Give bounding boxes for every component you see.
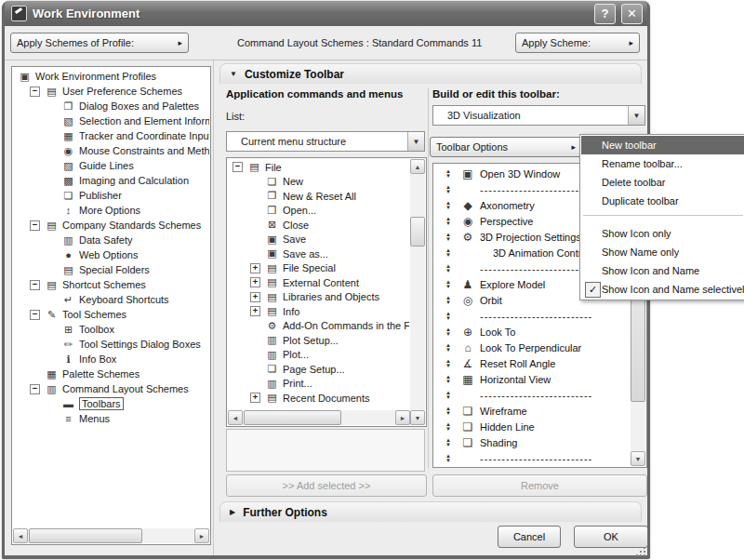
scroll-left-button[interactable]: ◄ [13, 528, 28, 543]
scrollbar-thumb[interactable] [29, 528, 142, 543]
toolbar-options-button[interactable]: Toolbar Options ▸ [430, 137, 582, 157]
scroll-right-button[interactable]: ► [395, 410, 410, 425]
scrollbar-thumb[interactable] [410, 217, 425, 247]
drag-handle-icon[interactable]: ▲▼ [441, 359, 456, 368]
drag-handle-icon[interactable]: ▲▼ [441, 217, 456, 226]
tree-item-new[interactable]: ❏New [229, 175, 409, 190]
cancel-button[interactable]: Cancel [498, 526, 561, 548]
tree-item-libraries-and-objects[interactable]: +▤Libraries and Objects [229, 290, 409, 305]
collapse-box-icon[interactable]: − [30, 87, 40, 97]
remove-button[interactable]: Remove [432, 474, 647, 497]
tree-item-work-environment-profiles[interactable]: ▣Work Environment Profiles [13, 69, 209, 84]
drag-handle-icon[interactable]: ▲▼ [441, 169, 456, 179]
tree-item-toolbars[interactable]: ▬Toolbars [13, 396, 209, 411]
drag-handle-icon[interactable]: ▲▼ [441, 407, 456, 416]
ok-button[interactable]: OK [574, 526, 648, 548]
tree-item-print[interactable]: ▥Print... [229, 377, 409, 392]
menu-item-show-name-only[interactable]: Show Name only [581, 243, 744, 261]
close-button[interactable]: ✕ [621, 4, 643, 24]
collapse-box-icon[interactable]: − [30, 220, 40, 231]
tree-item-imaging-and-calculation[interactable]: ▩Imaging and Calculation [13, 173, 209, 188]
left-tree-horizontal-scrollbar[interactable]: ◄ ► [13, 528, 209, 543]
toolbar-item-shading[interactable]: ▲▼❏Shading [434, 434, 630, 450]
tree-item-save-as[interactable]: ▣Save as... [229, 247, 409, 261]
scroll-down-button[interactable]: ▼ [410, 410, 425, 425]
expand-box-icon[interactable]: + [250, 292, 260, 302]
apply-schemes-of-profile-button[interactable]: Apply Schemes of Profile: ▸ [10, 33, 189, 53]
tree-item-special-folders[interactable]: ▤Special Folders [13, 262, 209, 277]
tree-item-palette-schemes[interactable]: ▦Palette Schemes [13, 367, 209, 381]
collapse-box-icon[interactable]: − [30, 280, 40, 290]
tree-item-tool-settings-dialog-boxes[interactable]: ✏Tool Settings Dialog Boxes [13, 337, 209, 352]
tree-item-command-layout-schemes[interactable]: −▥Command Layout Schemes [13, 381, 209, 396]
tree-item-plot[interactable]: ▥Plot... [229, 348, 409, 363]
scrollbar-thumb[interactable] [244, 410, 341, 425]
toolbar-item-look-to[interactable]: ▲▼⊕Look To [434, 324, 630, 340]
expand-box-icon[interactable]: + [250, 306, 260, 316]
tree-item-guide-lines[interactable]: ▨Guide Lines [13, 158, 209, 173]
toolbar-item-hidden-line[interactable]: ▲▼❏Hidden Line [434, 419, 630, 434]
collapse-box-icon[interactable]: − [232, 162, 243, 172]
tree-item-info-box[interactable]: ℹInfo Box [13, 352, 209, 367]
titlebar[interactable]: Work Environment ? ✕ [5, 1, 647, 26]
tree-item-data-safety[interactable]: ▥Data Safety [13, 233, 209, 247]
tree-item-page-setup[interactable]: ❏Page Setup... [229, 362, 409, 377]
drag-handle-icon[interactable]: ▲▼ [441, 454, 456, 463]
toolbar-item-look-to-perpendicular[interactable]: ▲▼⌂Look To Perpendicular [434, 340, 630, 355]
menu-item-show-icon-and-name-selectively[interactable]: ✓Show Icon and Name selectively [581, 280, 744, 299]
toolbar-separator-row[interactable]: ▲▼-------------------------- [434, 308, 630, 324]
collapse-box-icon[interactable]: − [30, 384, 40, 394]
toolbar-separator-row[interactable]: ▲▼-------------------------- [434, 387, 630, 403]
tree-item-web-options[interactable]: ●Web Options [13, 247, 209, 262]
tree-item-new-reset-all[interactable]: ❐New & Reset All [229, 189, 409, 204]
menu-structure-combo[interactable]: Current menu structure ▼ [226, 131, 425, 152]
drag-handle-icon[interactable]: ▲▼ [441, 248, 456, 258]
menu-item-show-icon-only[interactable]: Show Icon only [581, 224, 744, 243]
menu-item-rename-toolbar[interactable]: Rename toolbar... [581, 154, 744, 173]
tree-item-company-standards-schemes[interactable]: −▤Company Standards Schemes [13, 218, 209, 233]
toolbar-item-reset-roll-angle[interactable]: ▲▼∡Reset Roll Angle [434, 355, 630, 371]
commands-tree-vertical-scrollbar[interactable]: ▲ ▼ [410, 159, 425, 425]
menu-item-duplicate-toolbar[interactable]: Duplicate toolbar [581, 192, 744, 210]
help-button[interactable]: ? [594, 4, 616, 24]
toolbar-item-horizontal-view[interactable]: ▲▼▦Horizontal View [434, 371, 630, 387]
commands-tree-horizontal-scrollbar[interactable]: ◄ ► [228, 410, 410, 425]
tree-item-file[interactable]: −▤File [229, 160, 409, 175]
tree-item-menus[interactable]: ≡Menus [13, 411, 209, 426]
tree-item-tracker-and-coordinate-input[interactable]: ▦Tracker and Coordinate Input [13, 128, 209, 143]
tree-item-dialog-boxes-and-palettes[interactable]: ❐Dialog Boxes and Palettes [13, 99, 209, 113]
tree-item-tool-schemes[interactable]: −✎Tool Schemes [13, 307, 209, 322]
menu-item-show-icon-and-name[interactable]: Show Icon and Name [581, 261, 744, 280]
drag-handle-icon[interactable]: ▲▼ [441, 296, 456, 305]
tree-item-add-on-commands-in-the-file-menu[interactable]: ⚙Add-On Commands in the File menu [229, 319, 409, 334]
tree-item-open[interactable]: ❒Open... [229, 204, 409, 219]
tree-item-recent-documents[interactable]: +▤Recent Documents [229, 391, 409, 406]
chevron-down-icon[interactable]: ▼ [628, 106, 644, 125]
scroll-right-button[interactable]: ► [194, 528, 209, 543]
customize-toolbar-section-header[interactable]: ▼ Customize Toolbar [219, 63, 642, 84]
tree-item-shortcut-schemes[interactable]: −▤Shortcut Schemes [13, 277, 209, 292]
tree-item-publisher[interactable]: ❏Publisher [13, 188, 209, 203]
drag-handle-icon[interactable]: ▲▼ [441, 438, 456, 447]
tree-item-info[interactable]: +▤Info [229, 304, 409, 319]
tree-item-more-options[interactable]: ↕More Options [13, 203, 209, 218]
scroll-left-button[interactable]: ◄ [228, 410, 243, 425]
drag-handle-icon[interactable]: ▲▼ [441, 264, 456, 273]
toolbar-separator-row[interactable]: ▲▼-------------------------- [434, 450, 630, 466]
toolbar-select-combo[interactable]: 3D Visualization ▼ [432, 105, 645, 126]
expand-box-icon[interactable]: + [250, 263, 260, 273]
tree-item-keyboard-shortcuts[interactable]: ↵Keyboard Shortcuts [13, 292, 209, 307]
tree-item-user-preference-schemes[interactable]: −▤User Preference Schemes [13, 84, 209, 99]
chevron-down-icon[interactable]: ▼ [407, 132, 424, 151]
drag-handle-icon[interactable]: ▲▼ [441, 391, 456, 400]
drag-handle-icon[interactable]: ▲▼ [441, 201, 456, 210]
tree-item-plot-setup[interactable]: ▥Plot Setup... [229, 333, 409, 348]
tree-item-external-content[interactable]: +▤External Content [229, 275, 409, 290]
tree-item-close[interactable]: ⊠Close [229, 218, 409, 233]
drag-handle-icon[interactable]: ▲▼ [441, 312, 456, 321]
apply-scheme-button[interactable]: Apply Scheme: ▸ [515, 33, 640, 53]
scroll-up-button[interactable]: ▲ [410, 159, 425, 174]
expand-box-icon[interactable]: + [250, 277, 260, 287]
scroll-down-button[interactable]: ▼ [631, 451, 645, 466]
further-options-section-header[interactable]: ▶ Further Options [219, 501, 642, 522]
